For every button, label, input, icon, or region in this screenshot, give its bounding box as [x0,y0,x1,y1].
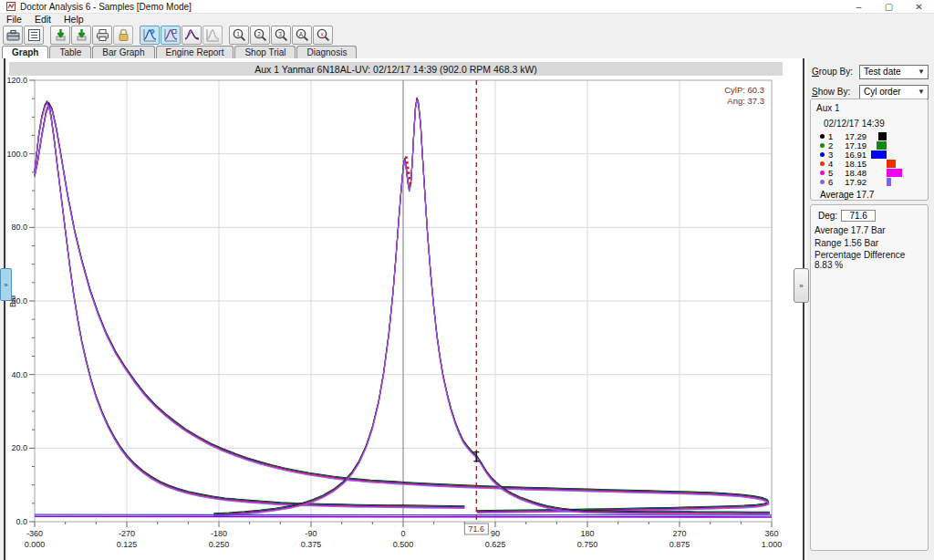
details-button[interactable] [24,26,44,45]
tab-row: GraphTableBar GraphEngine ReportShop Tri… [0,46,934,58]
group-by-select[interactable]: Test date ▼ [859,65,929,79]
window-title: Doctor Analysis 6 - Samples [Demo Mode] [20,2,192,12]
left-panel-expand-button[interactable]: » [0,268,12,301]
left-panel-border [4,58,5,560]
deg-input[interactable] [841,210,876,222]
minimize-button[interactable]: – [844,0,874,14]
cylinder-color-dot [820,134,825,139]
curve-box-button[interactable] [161,26,181,45]
title-bar: Doctor Analysis 6 - Samples [Demo Mode] … [0,0,934,14]
zoom-all-icon: A [295,27,310,43]
svg-text:80.0: 80.0 [11,223,27,232]
cylinder-deviation-bar [887,169,902,177]
lock-button [113,26,133,45]
zoom-all-button[interactable]: A [292,26,312,45]
svg-text:40.0: 40.0 [11,370,27,379]
cylinder-color-dot [820,180,825,184]
svg-text:0.625: 0.625 [485,540,506,549]
svg-text:1.000: 1.000 [762,540,783,549]
print-icon [95,27,110,43]
left-panel-strip [0,58,7,560]
tab-shop-trial[interactable]: Shop Trial [234,46,296,58]
test-date-label[interactable]: 02/12/17 14:39 [824,119,924,129]
sidebar-collapse-button[interactable]: » [794,268,809,303]
stat-percentage-difference: Percentage Difference 8.83 % [815,250,924,270]
zoom-2-icon: 2 [253,27,268,43]
svg-text:-180: -180 [211,529,227,538]
svg-text:180: 180 [580,529,594,538]
menu-help[interactable]: Help [57,14,90,25]
menu-edit[interactable]: Edit [28,14,57,25]
svg-text:20.0: 20.0 [11,443,27,452]
engine-group-title: Aux 1 [816,103,924,113]
cylinder-row[interactable]: 418.15 [820,159,924,168]
curve-overlay-button[interactable] [182,26,202,45]
svg-text:270: 270 [672,529,686,538]
zoom-reset-icon: x [316,27,331,43]
cylinder-row[interactable]: 518.48 [820,168,924,177]
import-folder-button[interactable] [71,26,91,45]
zoom-3-icon: 3 [274,27,289,43]
show-by-label: Show By: [812,87,859,97]
show-by-value: Cyl order [864,87,901,97]
maximize-button[interactable]: ▢ [874,0,904,14]
svg-text:1: 1 [236,31,240,37]
cylinder-row[interactable]: 217.19 [820,140,924,150]
cylinder-row[interactable]: 117.29 [820,131,924,140]
svg-text:-360: -360 [26,529,43,538]
svg-text:120.0: 120.0 [7,77,27,85]
case-button[interactable] [3,26,23,45]
zoom-1-icon: 1 [232,27,247,43]
main-content: » Aux 1 Yanmar 6N18AL-UV: 02/12/17 14:39… [0,58,934,560]
svg-text:0.250: 0.250 [209,540,230,549]
average-label: Average 17.7 [820,190,924,200]
curve-overlay-icon [184,27,200,43]
cylinder-deviation-barbox [870,150,924,159]
show-by-select[interactable]: Cyl order ▼ [859,85,929,99]
svg-text:0.375: 0.375 [301,540,322,549]
stat-average: Average 17.7 Bar [815,225,924,235]
tab-bar-graph[interactable]: Bar Graph [92,46,154,58]
deg-label: Deg: [818,211,837,221]
group-by-label: Group By: [812,67,859,77]
curve-gray-icon [205,27,221,43]
svg-text:71.6: 71.6 [469,524,485,534]
print-button[interactable] [92,26,112,45]
cylinder-color-dot [820,171,825,175]
zoom-reset-button[interactable]: x [313,26,333,45]
cylinder-value: 17.92 [837,177,867,187]
import-file-button[interactable] [50,26,70,45]
cylinder-color-dot [820,152,825,157]
app-icon [6,2,16,11]
close-button[interactable]: ✕ [904,0,934,14]
tab-graph[interactable]: Graph [2,46,48,58]
svg-text:0.125: 0.125 [117,540,138,549]
cylinder-deviation-bar [887,160,896,168]
svg-text:-90: -90 [305,529,317,538]
cylinder-deviation-barbox [870,177,924,186]
tab-table[interactable]: Table [49,46,91,58]
cylinder-deviation-barbox [870,131,924,140]
menu-file[interactable]: File [0,14,28,25]
curve-point-button[interactable] [140,26,160,45]
details-icon [26,27,42,43]
cylinder-row[interactable]: 316.91 [820,150,924,159]
svg-text:90: 90 [491,529,500,538]
zoom-3-button[interactable]: 3 [271,26,291,45]
zoom-1-button[interactable]: 1 [229,26,249,45]
cylinder-row[interactable]: 617.92 [820,177,924,186]
tab-engine-report[interactable]: Engine Report [156,46,234,58]
curve-point-icon [142,27,158,43]
menu-bar: FileEditHelp [0,14,934,25]
engine-group-box: Aux 1 02/12/17 14:39 117.29217.19316.914… [810,99,929,201]
cylinder-deviation-bar [887,178,891,186]
cylinder-color-dot [820,143,825,148]
curve-gray-button [202,26,223,45]
pressure-chart-canvas[interactable]: -3600.000-2700.125-1800.250-900.37500.50… [7,77,795,560]
svg-text:0.875: 0.875 [669,540,690,549]
panel-splitter [803,58,804,560]
svg-text:-270: -270 [119,529,135,538]
tab-diagnosis[interactable]: Diagnosis [296,46,357,58]
cylinder-deviation-barbox [870,168,924,177]
zoom-2-button[interactable]: 2 [250,26,270,45]
